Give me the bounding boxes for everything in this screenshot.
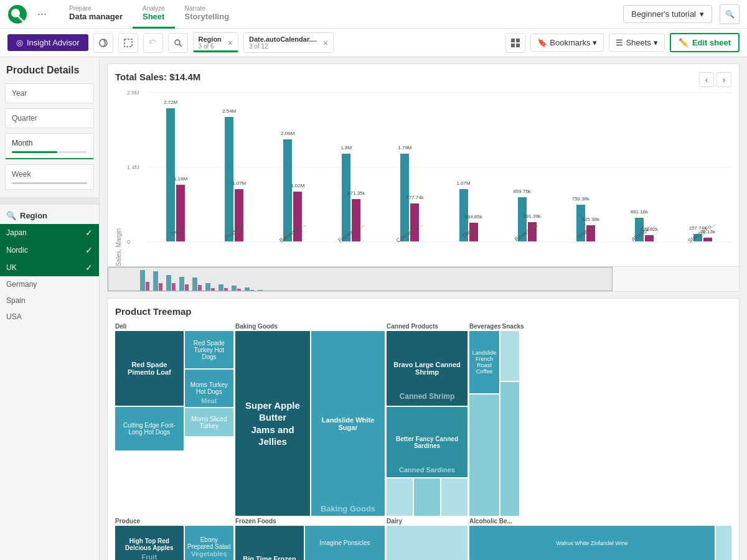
lasso-icon-button[interactable] [93, 33, 113, 53]
prev-arrow-button[interactable]: ‹ [699, 72, 714, 87]
dairy-item[interactable]: Dairy [387, 526, 467, 560]
analyze-label: Analyze [143, 5, 165, 12]
deli-item-moms[interactable]: Moms Turkey Hot DogsMeat [185, 370, 233, 407]
region-filter-close[interactable]: × [228, 38, 233, 48]
svg-rect-10 [516, 44, 520, 47]
svg-rect-9 [511, 44, 515, 47]
canned-small-1[interactable] [387, 478, 413, 516]
dairy-label: Dairy [387, 518, 467, 525]
region-nordic-label: Nordic [6, 246, 28, 254]
bar-chart: Sales, Margin 2.8M 1.4M 0 2.72M1.16M2.54… [115, 92, 731, 266]
treemap-panel: Product Treemap Deli Red Spade Pimento L… [107, 298, 740, 560]
edit-sheet-button[interactable]: ✏️ Edit sheet [670, 33, 740, 52]
week-filter[interactable]: Week [5, 164, 94, 190]
snacks-item-1[interactable] [500, 331, 519, 381]
qlik-logo[interactable] [7, 4, 27, 24]
region-spain[interactable]: Spain [0, 292, 99, 309]
date-filter-close[interactable]: × [323, 38, 328, 48]
deli-item-cutting[interactable]: Cutting Edge Foot-Long Hot Dogs [115, 407, 184, 450]
alcoholic-item-walrus[interactable]: Walrus White Zinfandel Wine [469, 526, 715, 560]
alcoholic-tiny-1[interactable] [716, 526, 731, 560]
region-nordic[interactable]: Nordic ✓ [0, 241, 99, 259]
sheets-button[interactable]: ☰ Sheets ▾ [609, 34, 664, 52]
selection-box-icon-button[interactable] [118, 33, 138, 53]
quarter-filter[interactable]: Quarter [5, 108, 94, 128]
sheets-chevron-icon: ▾ [654, 38, 658, 47]
date-filter-chip[interactable]: Date.autoCalendar.... 3 of 12 × [243, 32, 334, 53]
beverages-item-coffee[interactable]: Landslide French Roast Coffee [469, 331, 499, 393]
narrate-title: Storytelling [185, 12, 230, 21]
svg-point-3 [100, 39, 107, 47]
deli-item-turkey-hot[interactable]: Red Spade Turkey Hot Dogs [185, 331, 233, 368]
tutorial-button[interactable]: Beginner's tutorial ▾ [623, 5, 712, 23]
canned-small-3[interactable] [441, 478, 467, 516]
year-filter[interactable]: Year [5, 83, 94, 103]
undo-icon-button[interactable] [143, 33, 163, 53]
teal-bar[interactable]: 2.09M [283, 139, 292, 241]
frozen-label: Frozen Foods [235, 518, 385, 525]
toolbar: ◎ Insight Advisor Region 3 of 6 × Date.a… [0, 29, 747, 57]
snacks-item-2[interactable] [500, 382, 519, 516]
region-section-title: Region [20, 211, 47, 220]
next-arrow-button[interactable]: › [716, 72, 731, 87]
region-uk-check: ✓ [85, 263, 93, 273]
region-germany-label: Germany [6, 280, 37, 289]
svg-point-5 [175, 40, 180, 45]
pink-bar[interactable]: 121.92k [645, 235, 654, 241]
search-button[interactable]: 🔍 [720, 4, 740, 24]
more-options-icon[interactable]: ··· [37, 7, 47, 21]
tutorial-label: Beginner's tutorial [631, 9, 696, 19]
baking-item-landslide[interactable]: Landslide White Sugar Baking Goods [311, 331, 385, 516]
bookmarks-button[interactable]: 🔖 Bookmarks ▾ [530, 34, 604, 52]
sheets-icon: ☰ [616, 38, 623, 47]
analyze-title: Sheet [143, 12, 165, 21]
right-content: Total Sales: $14.4M ‹ › Sales, Margin 2.… [100, 57, 747, 560]
teal-bar[interactable]: 2.72M [166, 108, 175, 241]
month-filter[interactable]: Month [5, 133, 94, 159]
analyze-nav[interactable]: Analyze Sheet [133, 0, 175, 29]
pink-bar[interactable]: 871.35k [352, 199, 360, 241]
region-uk[interactable]: UK ✓ [0, 259, 99, 276]
treemap-container: Deli Red Spade Pimento Loaf Cutting Edge… [115, 323, 731, 516]
region-nordic-check: ✓ [85, 245, 93, 255]
teal-bar[interactable]: 1.8M [342, 154, 350, 241]
date-filter-sub: 3 of 12 [249, 43, 317, 50]
narrate-nav[interactable]: Narrate Storytelling [175, 0, 240, 29]
region-germany[interactable]: Germany [0, 276, 99, 292]
alcoholic-section-r2: Alcoholic Be... Walrus White Zinfandel W… [469, 518, 731, 560]
frozen-item-ponsicles[interactable]: Imagine Ponsicles [305, 526, 385, 560]
region-japan[interactable]: Japan ✓ [0, 224, 99, 241]
search-small-icon: 🔍 [6, 211, 16, 220]
produce-item-ebony[interactable]: Ebony Prepared Salad Vegetables [185, 526, 233, 560]
search-icon: 🔍 [725, 10, 735, 19]
grid-view-button[interactable] [505, 33, 525, 53]
produce-item-hightop[interactable]: High Top Red Delcious Apples Fruit [115, 526, 184, 560]
sales-chart-panel: Total Sales: $14.4M ‹ › Sales, Margin 2.… [107, 63, 740, 292]
canned-item-sardines[interactable]: Better Fancy Canned Sardines Canned Sard… [387, 407, 467, 477]
main-layout: Product Details Year Quarter Month Week … [0, 57, 747, 560]
region-usa[interactable]: USA [0, 309, 99, 325]
produce-section [521, 323, 731, 516]
region-filter-chip[interactable]: Region 3 of 6 × [193, 32, 238, 53]
baking-section: Baking Goods Super Apple ButterJams and … [235, 323, 385, 516]
frozen-item-peas[interactable]: Big Time Frozen Peas Vegetables [235, 526, 304, 560]
deli-item-sliced[interactable]: Moms Sliced Turkey [185, 408, 233, 436]
deli-item-1[interactable]: Red Spade Pimento Loaf [115, 331, 184, 406]
canned-item-bravo[interactable]: Bravo Large Canned Shrimp Canned Shrimp [387, 331, 467, 406]
narrate-label: Narrate [185, 5, 230, 12]
baking-item-apple-butter[interactable]: Super Apple ButterJams and Jellies [235, 331, 310, 516]
pink-bar[interactable]: 78.13k [703, 238, 712, 241]
zoom-icon-button[interactable] [168, 33, 188, 53]
prepare-label: Prepare [69, 5, 123, 12]
bookmark-icon: 🔖 [537, 38, 547, 47]
prepare-nav[interactable]: Prepare Data manager [59, 0, 133, 29]
chart-inner: 2.8M 1.4M 0 2.72M1.16M2.54M1.07M2.09M1.0… [125, 92, 731, 266]
canned-small-2[interactable] [414, 478, 440, 516]
insight-advisor-button[interactable]: ◎ Insight Advisor [7, 34, 88, 51]
beverages-small[interactable] [469, 394, 499, 516]
treemap-row2: Produce High Top Red Delcious Apples Fru… [115, 518, 731, 560]
date-filter-label: Date.autoCalendar.... [249, 35, 317, 43]
insight-icon: ◎ [16, 38, 23, 47]
x-axis: DeliProduceBaking Go...Frozen Fo...Canne… [125, 243, 731, 251]
teal-bar[interactable]: 2.54M [225, 117, 233, 241]
